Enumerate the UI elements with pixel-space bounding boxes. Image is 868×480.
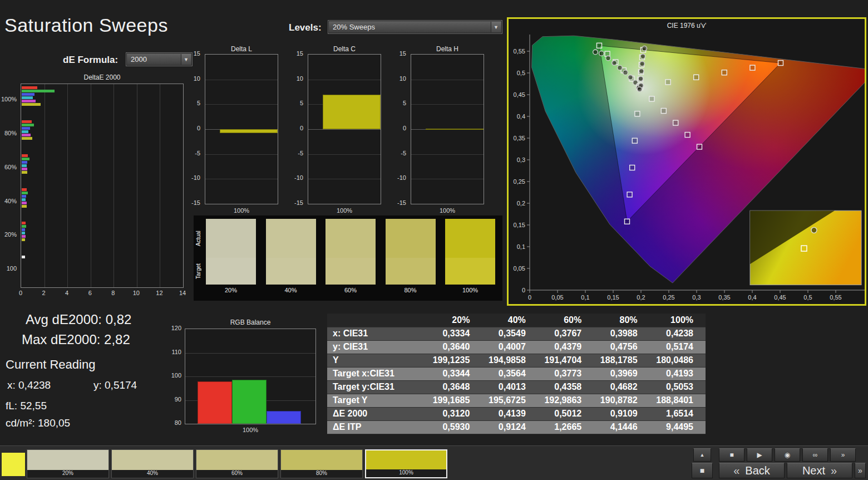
deltae-xtick: 10 <box>129 290 144 296</box>
patch-swatch <box>112 450 193 470</box>
bottom-bar: ▲ ■ « Back Next » » 20%40%60%80%100%■▶◉∞… <box>0 445 868 480</box>
table-cell: 1,6514 <box>650 407 706 420</box>
table-cell: 194,9858 <box>482 354 537 367</box>
patch-swatch <box>366 450 446 471</box>
cie-target-square <box>630 165 635 170</box>
loop-button[interactable]: ∞ <box>802 448 828 462</box>
x-tick-label: 0,35 <box>718 294 730 301</box>
delta-h-ytick: 15 <box>391 50 406 57</box>
swatch-20% <box>206 219 256 285</box>
deltae-bar-80%-cyan <box>22 130 28 133</box>
table-row-label: y: CIE31 <box>327 340 426 354</box>
table-cell: 0,4193 <box>650 367 706 380</box>
big-stop-button[interactable]: ■ <box>692 463 713 478</box>
cie-target-square <box>750 65 755 70</box>
current-reading-label: Current Reading <box>6 357 95 372</box>
deltae-xtick: 12 <box>152 290 166 296</box>
hgrid <box>308 179 381 179</box>
cie-target-square <box>625 219 630 224</box>
table-cell: 0,3969 <box>594 367 649 380</box>
hgrid <box>205 154 278 155</box>
patch-button-20%[interactable]: 20% <box>27 449 109 478</box>
record-button[interactable]: ◉ <box>775 448 800 462</box>
deltae-bar-60%-blue <box>22 161 27 164</box>
table-cell: 0,3988 <box>594 327 649 340</box>
cie-measured-circle <box>593 50 598 55</box>
up-button[interactable]: ▲ <box>693 448 711 462</box>
de-formula-label: dE Formula: <box>63 55 118 66</box>
cie-target-square <box>685 133 690 138</box>
deltae-xtick: 2 <box>37 290 51 296</box>
patch-button-60%[interactable]: 60% <box>196 449 278 478</box>
swatch-actual <box>206 219 256 258</box>
deltae-bar-20%-yellow <box>22 238 25 241</box>
table-cell: 191,4704 <box>538 354 594 367</box>
skip-button[interactable]: » <box>830 448 856 462</box>
table-row: Target y:CIE310,36480,40130,43580,46820,… <box>327 380 706 394</box>
x-tick-label: 0,3 <box>692 294 701 301</box>
deltae-bar-20%-red <box>22 222 26 224</box>
cie-measured-circle <box>606 56 611 61</box>
deltae-bar-40%-blue <box>22 195 26 198</box>
y-tick-label: 0,15 <box>514 222 525 228</box>
table-row-label: ΔE 2000 <box>327 407 426 420</box>
table-header-cell <box>327 314 426 327</box>
deltae-xtick: 0 <box>13 290 28 296</box>
deltae-bar-100%-magenta <box>22 100 36 102</box>
results-table: 20%40%60%80%100%x: CIE310,33340,35490,37… <box>327 314 706 434</box>
reading-x: x: 0,4238 <box>7 379 51 391</box>
de-formula-select[interactable]: 2000 ▼ <box>126 53 192 66</box>
levels-select[interactable]: 20% Sweeps ▼ <box>328 21 502 33</box>
patch-label: 20% <box>27 470 108 478</box>
deltae-bar-100%-green <box>22 90 55 92</box>
delta-c-ytick: 10 <box>288 75 303 82</box>
table-row-label: x: CIE31 <box>327 327 426 340</box>
delta-l-ytick: -15 <box>185 199 200 206</box>
swatch-target <box>266 258 316 285</box>
stop-button[interactable]: ■ <box>719 448 744 462</box>
next-button[interactable]: Next » <box>787 463 852 478</box>
hgrid <box>308 154 381 155</box>
delta-l-ytick: -10 <box>185 174 200 181</box>
table-cell: 192,9863 <box>538 394 594 407</box>
patch-swatch <box>281 450 362 470</box>
patch-button-40%[interactable]: 40% <box>111 449 194 478</box>
cie-target-square <box>694 75 699 80</box>
swatch-label: 20% <box>206 287 256 293</box>
deltae-bar-100%-yellow <box>22 103 41 106</box>
cie-inset-measured-circle <box>811 227 817 233</box>
patch-button-80%[interactable]: 80% <box>280 449 363 478</box>
y-tick-label: 0,3 <box>517 156 525 163</box>
hgrid <box>205 179 278 179</box>
delta-l-title: Delta L <box>205 45 278 53</box>
deltae-bar-60%-yellow <box>22 171 27 174</box>
rgb-bar-red <box>198 381 232 424</box>
cie-measured-circle <box>640 54 645 59</box>
deltae-bar-80%-yellow <box>22 137 32 140</box>
hgrid <box>185 353 315 354</box>
cie-target-square <box>632 138 637 143</box>
table-header-cell: 40% <box>482 314 537 327</box>
y-tick-label: 0 <box>522 287 525 293</box>
play-button[interactable]: ▶ <box>747 448 772 462</box>
back-button[interactable]: « Back <box>719 463 785 478</box>
cie-panel: CIE 1976 u'v' 00,050,10,150,20,250,30,35… <box>507 17 866 306</box>
deltae-bar-100%-cyan <box>22 96 33 99</box>
table-cell: 0,3549 <box>482 327 537 340</box>
swatch-actual <box>445 219 495 258</box>
patch-button-100%[interactable]: 100% <box>365 449 447 478</box>
y-tick-label: 0,4 <box>517 113 525 120</box>
delta-l-ytick: -5 <box>185 150 200 156</box>
table-row: ΔE ITP0,59300,91241,26654,14469,4495 <box>327 420 706 434</box>
next-edge-button[interactable]: » <box>855 463 866 478</box>
delta-l-ylabels: 151050-5-10-15 <box>184 54 203 204</box>
deltae-xtick: 8 <box>106 290 120 296</box>
patch-label: 40% <box>112 470 193 478</box>
table-cell: 1,2665 <box>538 420 594 434</box>
deltae-xtick: 14 <box>175 290 190 296</box>
table-row: y: CIE310,36400,40070,43790,47560,5174 <box>327 340 706 354</box>
cie-measured-circle <box>628 75 633 80</box>
delta-l-ytick: 0 <box>185 125 200 131</box>
deltae-bar-40%-magenta <box>22 202 27 204</box>
cie-measured-circle <box>612 61 617 66</box>
